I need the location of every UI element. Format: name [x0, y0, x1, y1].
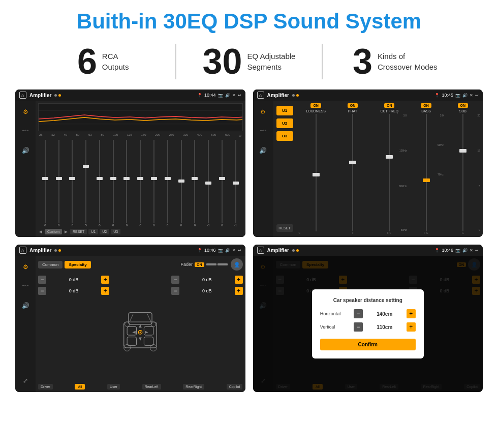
- dialog-status-dots: [292, 249, 299, 252]
- fader-screen: Amplifier 📍 10:46 📷🔊✕↩ ⚙ 〰 🔊 ⤢: [15, 245, 245, 392]
- eq-speaker-icon[interactable]: 🔊: [18, 143, 33, 158]
- fader-left-controls: − 0 dB + − 0 dB +: [38, 276, 109, 382]
- fader-speaker-icon[interactable]: 🔊: [18, 298, 33, 313]
- fader-on-badge: ON: [195, 262, 204, 267]
- fader-minus-4[interactable]: −: [171, 287, 179, 295]
- fader-minus-1[interactable]: −: [38, 276, 46, 284]
- fader-val-1: 0 dB: [48, 277, 99, 282]
- fader-driver-label[interactable]: Driver: [38, 384, 53, 390]
- dialog-status-right: 📍 10:46 📷🔊✕↩: [434, 248, 479, 253]
- dialog-vertical-label: Vertical: [320, 324, 351, 330]
- dialog-horizontal-value: 140cm: [366, 311, 403, 317]
- cv-filter-icon[interactable]: ⚙: [256, 105, 270, 119]
- cv-time: 10:45: [442, 93, 453, 98]
- fader-body: − 0 dB + − 0 dB +: [38, 276, 243, 382]
- fader-label-text: Fader: [180, 262, 193, 267]
- eq-filter-icon[interactable]: ⚙: [18, 105, 33, 119]
- eq-cam-icon: 📷: [218, 93, 223, 98]
- fader-plus-2[interactable]: +: [101, 287, 109, 295]
- eq-u2-btn[interactable]: U2: [100, 229, 109, 234]
- eq-back-icon: ↩: [238, 93, 241, 98]
- dialog-horizontal-minus[interactable]: −: [354, 309, 363, 318]
- dialog-status-bar: Amplifier 📍 10:46 📷🔊✕↩: [253, 245, 483, 256]
- fader-app-title: Amplifier: [29, 248, 51, 253]
- eq-prev-icon[interactable]: ◄: [38, 229, 43, 234]
- cv-sub-label: SUB: [459, 109, 466, 113]
- eq-vol-icon: 🔊: [225, 93, 230, 98]
- dialog-time: 10:46: [442, 248, 453, 253]
- fader-minus-2[interactable]: −: [38, 287, 46, 295]
- cv-phat-slider[interactable]: [335, 114, 370, 231]
- cv-speaker-icon[interactable]: 🔊: [256, 143, 270, 158]
- fader-tab-specialty[interactable]: Specialty: [65, 261, 90, 268]
- fader-rearleft-label[interactable]: RearLeft: [142, 384, 161, 390]
- dialog-horizontal-plus[interactable]: +: [407, 309, 416, 318]
- fader-right-controls: − 0 dB + − 0 dB +: [171, 276, 242, 382]
- eq-wave-icon[interactable]: 〰: [18, 124, 33, 138]
- fader-home-icon: [19, 247, 26, 254]
- fader-user-label[interactable]: User: [107, 384, 120, 390]
- fader-left-sidebar: ⚙ 〰 🔊 ⤢: [15, 256, 36, 392]
- cv-cutfreq-on: ON: [384, 103, 395, 108]
- stat-text-rca: RCAOutputs: [102, 51, 129, 72]
- eq-bottom-bar: ◄ Custom ► RESET U1 U2 U3: [38, 229, 243, 234]
- svg-rect-8: [144, 326, 153, 335]
- stat-item-crossover: 3 Kinds ofCrossover Modes: [323, 44, 468, 79]
- eq-location-icon: 📍: [197, 93, 202, 98]
- cv-sub-col: ON SUB 20 15 5 0 G: [446, 103, 480, 234]
- cv-bass-slider[interactable]: 3.0 90Hz 70Hz: [409, 114, 443, 231]
- eq-next-icon[interactable]: ►: [64, 229, 69, 234]
- dialog-title: Car speaker distance setting: [320, 297, 416, 303]
- eq-status-bar: Amplifier 📍 10:44 📷 🔊 ✕ ↩: [15, 89, 245, 101]
- fader-filter-icon[interactable]: ⚙: [18, 260, 33, 274]
- svg-marker-15: [133, 331, 136, 334]
- eq-x-icon: ✕: [232, 93, 236, 98]
- cv-controls: ON LOUDNESS G ON P: [296, 101, 483, 237]
- cv-cutfreq-slider[interactable]: 3.0 100Hz 80KHz 60Hz: [372, 114, 407, 231]
- dialog-app-title: Amplifier: [267, 248, 289, 253]
- fader-expand-icon[interactable]: ⤢: [18, 374, 33, 388]
- svg-rect-10: [144, 337, 153, 345]
- fader-screen-content: ⚙ 〰 🔊 ⤢ Common Specialty Fader ON: [15, 256, 245, 392]
- eq-u3-btn[interactable]: U3: [111, 229, 120, 234]
- eq-status-right: 📍 10:44 📷 🔊 ✕ ↩: [197, 93, 241, 98]
- cv-wave-icon[interactable]: 〰: [256, 124, 270, 138]
- svg-line-5: [130, 314, 133, 322]
- fader-row-1: − 0 dB +: [38, 276, 109, 284]
- eq-left-sidebar: ⚙ 〰 🔊: [15, 101, 36, 237]
- svg-marker-14: [139, 337, 142, 340]
- fader-plus-3[interactable]: +: [235, 276, 243, 284]
- eq-u1-btn[interactable]: U1: [88, 229, 98, 234]
- cv-reset-btn[interactable]: RESET: [276, 224, 293, 232]
- fader-minus-3[interactable]: −: [171, 276, 179, 284]
- dialog-box: Car speaker distance setting Horizontal …: [312, 289, 424, 359]
- fader-copilot-label[interactable]: Copilot: [227, 384, 243, 390]
- eq-custom-btn[interactable]: Custom: [45, 229, 62, 234]
- fader-row-3: − 0 dB +: [171, 276, 242, 284]
- cv-loudness-slider[interactable]: [299, 114, 333, 231]
- fader-all-label[interactable]: All: [75, 384, 85, 390]
- dialog-horizontal-row: Horizontal − 140cm +: [320, 309, 416, 318]
- dialog-overlay: Car speaker distance setting Horizontal …: [253, 256, 483, 392]
- dialog-vertical-value: 110cm: [366, 324, 403, 330]
- fader-rearright-label[interactable]: RearRight: [183, 384, 204, 390]
- fader-wave-icon[interactable]: 〰: [18, 279, 33, 293]
- dialog-horizontal-label: Horizontal: [320, 311, 351, 316]
- fader-plus-4[interactable]: +: [235, 287, 243, 295]
- fader-tab-common[interactable]: Common: [38, 261, 63, 268]
- cv-u1-btn[interactable]: U1: [276, 106, 293, 115]
- fader-plus-1[interactable]: +: [101, 276, 109, 284]
- dialog-vertical-plus[interactable]: +: [407, 322, 416, 332]
- fader-header: Common Specialty Fader ON 👤: [38, 258, 243, 271]
- stat-number-3: 3: [353, 44, 372, 79]
- fader-row-2: − 0 dB +: [38, 287, 109, 295]
- cv-loudness-col: ON LOUDNESS G: [299, 103, 333, 234]
- cv-sub-slider[interactable]: 20 15 5 0: [446, 114, 480, 231]
- eq-screen-content: ⚙ 〰 🔊: [15, 101, 245, 237]
- eq-reset-btn[interactable]: RESET: [70, 229, 87, 234]
- dialog-vertical-minus[interactable]: −: [354, 322, 363, 332]
- cv-u2-btn[interactable]: U2: [276, 118, 293, 128]
- cv-u3-btn[interactable]: U3: [276, 131, 293, 141]
- dialog-confirm-button[interactable]: Confirm: [320, 339, 416, 350]
- fader-profile-icon[interactable]: 👤: [231, 258, 243, 271]
